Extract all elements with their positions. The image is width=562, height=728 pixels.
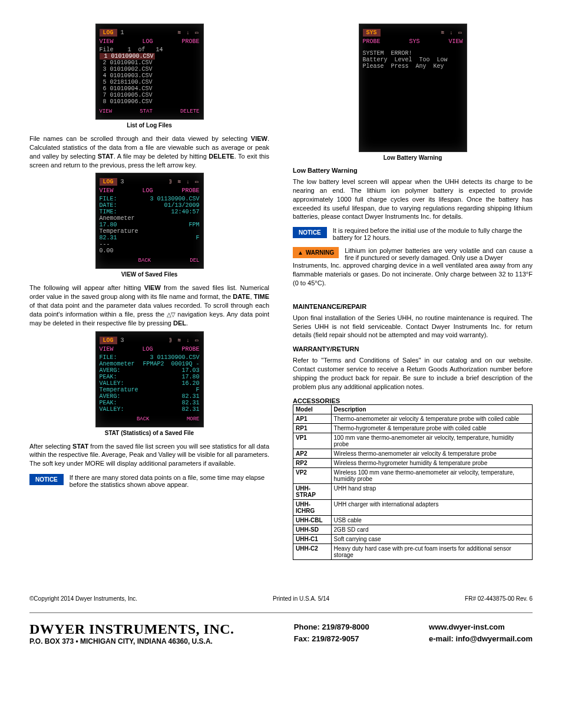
warning-row: WARNING Lithium ion polymer batteries ar… bbox=[293, 247, 533, 261]
paragraph: The following will appear after hitting … bbox=[29, 284, 269, 327]
status-icons: ≋ ↓ ▭ bbox=[177, 29, 199, 36]
table-cell: UHH hand strap bbox=[331, 483, 532, 499]
chip-log: LOG bbox=[100, 29, 117, 37]
section-title: Low Battery Warning bbox=[293, 167, 533, 174]
table-cell: UHH-STRAP bbox=[293, 483, 332, 499]
warning-badge: WARNING bbox=[293, 247, 339, 258]
table-cell: Heavy duty hard case with pre-cut foam i… bbox=[331, 543, 532, 559]
paragraph: After selecting STAT from the saved file… bbox=[29, 442, 269, 469]
table-cell: Thermo-hygrometer & temperature probe wi… bbox=[331, 423, 532, 433]
table-cell: RP1 bbox=[293, 423, 332, 433]
table-cell: AP2 bbox=[293, 449, 332, 458]
paragraph: File names can be scrolled through and t… bbox=[29, 134, 269, 169]
footer-meta: ©Copyright 2014 Dwyer Instruments, Inc. … bbox=[29, 595, 533, 602]
table-cell: Wireless thermo-anemometer air velocity … bbox=[331, 449, 532, 458]
table-cell: VP1 bbox=[293, 433, 332, 449]
table-cell: USB cable bbox=[331, 515, 532, 525]
divider bbox=[29, 612, 533, 613]
company-footer: DWYER INSTRUMENTS, INC. P.O. BOX 373 • M… bbox=[29, 621, 533, 646]
table-cell: Thermo-anemometer air velocity & tempera… bbox=[331, 414, 532, 423]
notice-badge: NOTICE bbox=[29, 474, 64, 485]
device-view-file: LOG3⟫ ≋ ↓ ▭ VIEWLOGPROBE FILE:3 01130900… bbox=[95, 173, 204, 269]
notice-row: NOTICE If there are many stored data poi… bbox=[29, 474, 269, 488]
device-low-battery: SYS≋ ↓ ▭ PROBESYSVIEW SYSTEM ERROR! Batt… bbox=[359, 24, 467, 152]
notice-badge: NOTICE bbox=[293, 227, 327, 238]
caption: List of Log Files bbox=[29, 122, 269, 129]
table-cell: RP2 bbox=[293, 458, 332, 467]
table-cell: VP2 bbox=[293, 467, 332, 483]
up-down-icon: △▽ bbox=[167, 311, 175, 318]
table-cell: UHH charger with international adapters bbox=[331, 499, 532, 515]
notice-row: NOTICE It is required before the initial… bbox=[293, 227, 533, 241]
table-cell: Soft carrying case bbox=[331, 534, 532, 543]
table-cell: UHH-SD bbox=[293, 525, 332, 534]
table-cell: UHH-CBL bbox=[293, 515, 332, 525]
table-cell: 100 mm vane thermo-anemometer air veloci… bbox=[331, 433, 532, 449]
device-log-list: LOG1 ≋ ↓ ▭ VIEWLOGPROBE File 1 of 14 1 0… bbox=[95, 24, 204, 120]
device-stat-file: LOG3⟫ ≋ ↓ ▭ VIEWLOGPROBE FILE:3 01130900… bbox=[95, 331, 204, 427]
table-cell: UHH-C1 bbox=[293, 534, 332, 543]
table-cell: Wireless 100 mm vane thermo-anemometer a… bbox=[331, 467, 532, 483]
company-name: DWYER INSTRUMENTS, INC. bbox=[29, 621, 234, 637]
table-cell: Wireless thermo-hygrometer humidity & te… bbox=[331, 458, 532, 467]
table-cell: UHH-C2 bbox=[293, 543, 332, 559]
table-cell: UHH-ICHRG bbox=[293, 499, 332, 515]
table-cell: 2GB SD card bbox=[331, 525, 532, 534]
table-cell: AP1 bbox=[293, 414, 332, 423]
accessories-table: ModelDescription AP1Thermo-anemometer ai… bbox=[293, 404, 533, 560]
